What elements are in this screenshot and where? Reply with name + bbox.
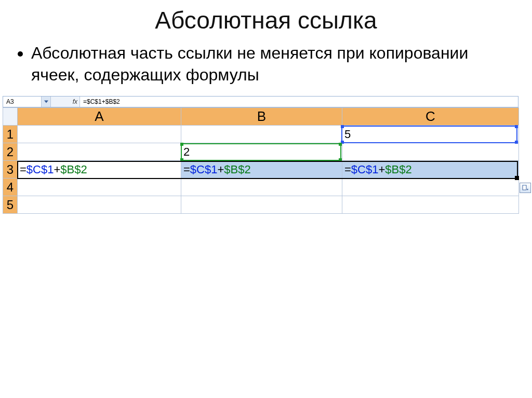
cell-A2[interactable] xyxy=(18,143,181,161)
grid-area: A B C 1 5 2 2 3 =$C$1+$B$2 xyxy=(3,107,532,214)
cell-A5[interactable] xyxy=(18,196,181,214)
cell-C1[interactable]: 5 xyxy=(342,126,519,143)
cell-C3[interactable]: =$C$1+$B$2 xyxy=(342,161,519,179)
cell-C5[interactable] xyxy=(342,196,519,214)
row-header[interactable]: 3 xyxy=(3,161,18,179)
column-header[interactable]: A xyxy=(18,108,181,126)
row-header[interactable]: 5 xyxy=(3,196,18,214)
table-row: 1 5 xyxy=(3,126,519,143)
cell-B3[interactable]: =$C$1+$B$2 xyxy=(181,161,342,179)
column-header[interactable]: B xyxy=(181,108,342,126)
table-row: 4 xyxy=(3,179,519,196)
column-header[interactable]: C xyxy=(342,108,519,126)
paste-options-button[interactable] xyxy=(520,183,531,193)
insert-function-button[interactable]: fx xyxy=(51,97,80,107)
table-row: 5 xyxy=(3,196,519,214)
cell-B2[interactable]: 2 xyxy=(181,143,342,161)
row-header[interactable]: 4 xyxy=(3,179,18,196)
formula-input[interactable]: =$C$1+$B$2 xyxy=(80,97,518,107)
formula-bar: A3 fx =$C$1+$B$2 xyxy=(3,96,518,107)
row-header[interactable]: 1 xyxy=(3,126,18,143)
cell-B4[interactable] xyxy=(181,179,342,196)
cell-A3[interactable]: =$C$1+$B$2 xyxy=(18,161,181,179)
cell-C4[interactable] xyxy=(342,179,519,196)
bullet-item: Абсолютная часть ссылки не меняется при … xyxy=(31,43,511,86)
page-title: Абсолютная ссылка xyxy=(21,6,511,34)
row-header[interactable]: 2 xyxy=(3,143,18,161)
spreadsheet-screenshot: A3 fx =$C$1+$B$2 A B C 1 xyxy=(0,96,532,214)
name-box[interactable]: A3 xyxy=(3,97,42,107)
cell-A4[interactable] xyxy=(18,179,181,196)
cell-A1[interactable] xyxy=(18,126,181,143)
cell-B1[interactable] xyxy=(181,126,342,143)
cell-B5[interactable] xyxy=(181,196,342,214)
cell-C2[interactable] xyxy=(342,143,519,161)
svg-rect-1 xyxy=(524,185,526,186)
table-row: 2 2 xyxy=(3,143,519,161)
svg-rect-0 xyxy=(523,185,526,190)
paste-options-icon xyxy=(522,185,528,191)
table-row: 3 =$C$1+$B$2 =$C$1+$B$2 =$C$1+$B$2 xyxy=(3,161,519,179)
select-all-corner[interactable] xyxy=(3,108,18,126)
spreadsheet-grid[interactable]: A B C 1 5 2 2 3 =$C$1+$B$2 xyxy=(3,107,519,214)
name-box-dropdown[interactable] xyxy=(42,97,51,107)
bullet-list: Абсолютная часть ссылки не меняется при … xyxy=(31,43,511,86)
chevron-down-icon xyxy=(44,100,48,103)
